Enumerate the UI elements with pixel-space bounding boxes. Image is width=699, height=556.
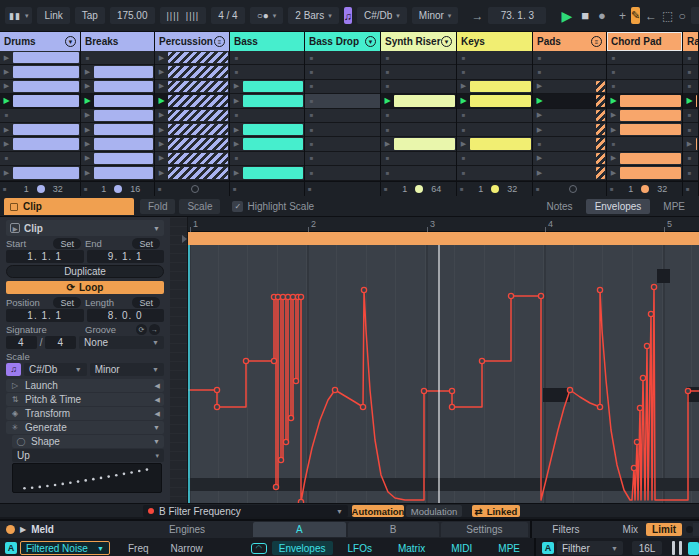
envelope-breakpoint[interactable] xyxy=(685,388,690,393)
pitch-strip[interactable] xyxy=(170,217,188,503)
clip-slot-chord-pad-9[interactable]: ▶ xyxy=(607,166,682,180)
modulation-tab[interactable]: Modulation xyxy=(406,505,462,517)
clip-play-icon[interactable]: ▶ xyxy=(0,65,13,78)
clip-slot-percussion-2[interactable]: ▶ xyxy=(155,65,229,79)
device-activator-toggle[interactable] xyxy=(6,525,15,534)
clip-stop-icon[interactable]: ■ xyxy=(0,109,13,122)
envelope-breakpoint[interactable] xyxy=(597,287,602,292)
envelope-breakpoint[interactable] xyxy=(214,404,219,409)
clip-stop-icon[interactable]: ■ xyxy=(381,65,394,78)
track-header-keys[interactable]: Keys xyxy=(457,32,532,51)
clip-play-icon[interactable]: ▶ xyxy=(230,94,243,107)
clip-slot-rain-1[interactable]: ■ xyxy=(683,51,698,65)
envelope-breakpoint[interactable] xyxy=(479,358,484,363)
scale-key-icon[interactable]: ♫ xyxy=(6,363,21,376)
envelope-breakpoint[interactable] xyxy=(361,287,366,292)
clip-slot-bass-4[interactable]: ▶ xyxy=(230,94,304,108)
device-tab-midi[interactable]: MIDI xyxy=(451,543,472,554)
automation-tab[interactable]: Automation xyxy=(352,505,404,517)
clip-slot-pads-4[interactable]: ▶ xyxy=(533,94,606,108)
clip-slot-drums-6[interactable]: ▶ xyxy=(0,123,80,137)
envelope-breakpoint[interactable] xyxy=(648,311,653,316)
envelope-editor-canvas[interactable] xyxy=(188,245,699,503)
window-chooser[interactable]: ▮▮ ▾ xyxy=(5,7,32,24)
clip-stop-icon[interactable]: ■ xyxy=(607,65,620,78)
link-button[interactable]: Link xyxy=(37,7,69,24)
fold-button[interactable]: Fold xyxy=(140,199,175,214)
device-title[interactable]: Meld xyxy=(31,524,54,535)
clip-slot-keys-2[interactable]: ■ xyxy=(457,65,532,79)
clip-stop-icon[interactable]: ■ xyxy=(457,123,470,136)
envelope-breakpoint[interactable] xyxy=(634,439,639,444)
clip-play-icon[interactable]: ▶ xyxy=(607,123,620,136)
clip-play-icon[interactable]: ▶ xyxy=(0,94,13,107)
clip-slot-breaks-3[interactable]: ▶ xyxy=(81,80,154,94)
clip-slot-synth-riser-7[interactable]: ▶ xyxy=(381,137,456,151)
clip-play-icon[interactable]: ▶ xyxy=(457,137,470,150)
clip-stop-icon[interactable]: ■ xyxy=(305,109,318,122)
clip-stop-icon[interactable]: ■ xyxy=(230,65,243,78)
clip-slot-breaks-7[interactable]: ▶ xyxy=(81,137,154,151)
clip-stop-icon[interactable]: ■ xyxy=(381,80,394,93)
stop-all-icon[interactable]: ■ xyxy=(308,186,312,192)
clip-slot-bass-1[interactable]: ■ xyxy=(230,51,304,65)
metronome-group[interactable]: |||| |||| xyxy=(160,7,207,24)
signature-denominator-field[interactable]: 4 xyxy=(45,336,76,349)
track-header-percussion[interactable]: Percussion≡ xyxy=(155,32,229,51)
envelope-breakpoint[interactable] xyxy=(508,293,513,298)
clip-stop-icon[interactable]: ■ xyxy=(533,65,546,78)
envelope-breakpoint[interactable] xyxy=(243,358,248,363)
filter-type-select[interactable]: Filther ▼ xyxy=(557,541,623,555)
clip-stop-icon[interactable]: ■ xyxy=(683,51,696,64)
engine-tab-b[interactable]: B xyxy=(348,522,439,537)
clip-play-icon[interactable]: ▶ xyxy=(533,166,546,179)
clip-play-icon[interactable]: ▶ xyxy=(155,94,168,107)
clip-slot-drums-3[interactable]: ▶ xyxy=(0,80,80,94)
envelope-breakpoint[interactable] xyxy=(288,415,293,420)
clip-start-field[interactable]: 1. 1. 1 xyxy=(6,250,84,263)
clip-stop-icon[interactable]: ■ xyxy=(683,65,696,78)
clip-play-icon[interactable]: ▶ xyxy=(155,166,168,179)
clip-slot-synth-riser-4[interactable]: ▶ xyxy=(381,94,456,108)
arrangement-position-field[interactable]: 73. 1. 3 xyxy=(488,7,546,24)
clip-slot-percussion-8[interactable]: ▶ xyxy=(155,152,229,166)
envelope-breakpoint[interactable] xyxy=(631,465,636,470)
clip-slot-bass-drop-5[interactable]: ■ xyxy=(305,109,380,123)
clip-slot-percussion-9[interactable]: ▶ xyxy=(155,166,229,180)
section-pitch-time[interactable]: ⇅ Pitch & Time ◀ xyxy=(6,393,164,406)
clip-slot-bass-drop-9[interactable]: ■ xyxy=(305,166,380,180)
clip-slot-chord-pad-8[interactable]: ▶ xyxy=(607,152,682,166)
envelope-breakpoint[interactable] xyxy=(637,405,642,410)
clip-slot-bass-9[interactable]: ▶ xyxy=(230,166,304,180)
clip-slot-keys-6[interactable]: ■ xyxy=(457,123,532,137)
follow-icon[interactable]: → xyxy=(471,9,483,23)
clip-play-icon[interactable]: ▶ xyxy=(81,137,94,150)
clip-slot-percussion-7[interactable]: ▶ xyxy=(155,137,229,151)
clip-slot-chord-pad-7[interactable]: ■ xyxy=(607,137,682,151)
clip-slot-rain-9[interactable]: ■ xyxy=(683,166,698,180)
tab-mpe[interactable]: MPE xyxy=(654,199,694,214)
clip-slot-rain-2[interactable]: ■ xyxy=(683,65,698,79)
key-root-menu[interactable]: C#/Db ▾ xyxy=(357,7,407,24)
clip-play-icon[interactable]: ▶ xyxy=(457,94,470,107)
clip-slot-bass-drop-8[interactable]: ■ xyxy=(305,152,380,166)
clip-stop-icon[interactable]: ■ xyxy=(683,109,696,122)
groove-select[interactable]: None ▼ xyxy=(79,336,164,349)
clip-slot-pads-5[interactable]: ▶ xyxy=(533,109,606,123)
clip-slot-percussion-5[interactable]: ▶ xyxy=(155,109,229,123)
add-tracks-icon[interactable]: + xyxy=(619,9,626,23)
clip-play-icon[interactable]: ▶ xyxy=(0,51,13,64)
clip-slot-pads-1[interactable]: ■ xyxy=(533,51,606,65)
clip-slot-drums-4[interactable]: ▶ xyxy=(0,94,80,108)
clip-stop-icon[interactable]: ■ xyxy=(683,166,696,179)
tab-notes[interactable]: Notes xyxy=(538,199,582,214)
clip-slot-chord-pad-2[interactable]: ■ xyxy=(607,65,682,79)
envelope-breakpoint[interactable] xyxy=(449,388,454,393)
clip-stop-icon[interactable]: ■ xyxy=(305,152,318,165)
clip-stop-icon[interactable]: ■ xyxy=(305,137,318,150)
clip-slot-keys-9[interactable]: ■ xyxy=(457,166,532,180)
clip-slot-keys-7[interactable]: ▶ xyxy=(457,137,532,151)
clip-slot-percussion-1[interactable]: ▶ xyxy=(155,51,229,65)
linked-button[interactable]: ⇄ Linked xyxy=(472,505,520,517)
clip-play-icon[interactable]: ▶ xyxy=(81,65,94,78)
